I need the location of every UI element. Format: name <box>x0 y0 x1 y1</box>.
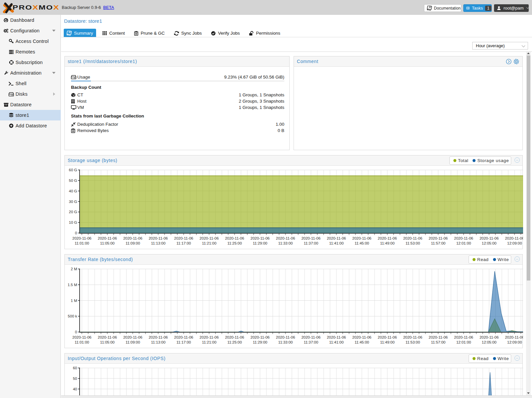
svg-text:2020-11-06: 2020-11-06 <box>454 236 473 240</box>
svg-text:2020-11-06: 2020-11-06 <box>276 236 295 240</box>
svg-text:2020-11-06: 2020-11-06 <box>479 236 499 240</box>
svg-text:11:13:00: 11:13:00 <box>151 340 165 344</box>
svg-text:2020-11-06: 2020-11-06 <box>250 236 269 240</box>
svg-text:30 G: 30 G <box>69 200 77 204</box>
svg-text:2020-11-06: 2020-11-06 <box>429 236 448 240</box>
svg-text:11:05:00: 11:05:00 <box>100 340 115 344</box>
svg-text:2020-11-06: 2020-11-06 <box>225 236 244 240</box>
svg-text:2020-11-06: 2020-11-06 <box>378 236 397 240</box>
svg-text:11:33:00: 11:33:00 <box>278 340 293 344</box>
svg-text:2020-11-06: 2020-11-06 <box>352 236 372 240</box>
svg-text:11:33:00: 11:33:00 <box>278 241 293 245</box>
svg-text:11:17:00: 11:17:00 <box>176 241 191 245</box>
svg-text:2020-11-06: 2020-11-06 <box>174 236 193 240</box>
svg-text:12:09:00: 12:09:00 <box>507 241 522 245</box>
svg-text:11:57:00: 11:57:00 <box>431 340 445 344</box>
svg-text:11:37:00: 11:37:00 <box>304 241 318 245</box>
svg-text:11:05:00: 11:05:00 <box>100 241 115 245</box>
svg-text:11:29:00: 11:29:00 <box>253 241 267 245</box>
svg-text:10 G: 10 G <box>69 220 77 224</box>
svg-text:2020-11-06: 2020-11-06 <box>149 236 168 240</box>
svg-text:2020-11-06: 2020-11-06 <box>123 335 142 339</box>
svg-text:11:41:00: 11:41:00 <box>329 340 344 344</box>
svg-text:11:57:00: 11:57:00 <box>431 241 445 245</box>
svg-text:2020-11-06: 2020-11-06 <box>149 335 168 339</box>
svg-text:11:49:00: 11:49:00 <box>380 241 395 245</box>
svg-text:2020-11-06: 2020-11-06 <box>72 236 91 240</box>
svg-text:2020-11-06: 2020-11-06 <box>199 236 219 240</box>
svg-text:2020-11-06: 2020-11-06 <box>199 335 219 339</box>
svg-text:11:41:00: 11:41:00 <box>329 241 344 245</box>
svg-text:2020-11-06: 2020-11-06 <box>505 236 523 240</box>
svg-text:2020-11-06: 2020-11-06 <box>174 335 193 339</box>
svg-text:2020-11-06: 2020-11-06 <box>352 335 372 339</box>
svg-text:2020-11-06: 2020-11-06 <box>72 335 91 339</box>
svg-text:2020-11-06: 2020-11-06 <box>98 236 117 240</box>
svg-text:11:45:00: 11:45:00 <box>355 241 369 245</box>
svg-text:2020-11-06: 2020-11-06 <box>505 335 523 339</box>
svg-text:2020-11-06: 2020-11-06 <box>479 335 499 339</box>
svg-text:2020-11-06: 2020-11-06 <box>403 335 422 339</box>
svg-text:11:45:00: 11:45:00 <box>355 340 369 344</box>
svg-text:11:25:00: 11:25:00 <box>227 340 242 344</box>
svg-text:1 M: 1 M <box>71 299 77 303</box>
svg-text:0: 0 <box>75 231 77 235</box>
svg-text:2020-11-06: 2020-11-06 <box>403 236 422 240</box>
svg-text:11:53:00: 11:53:00 <box>406 241 420 245</box>
svg-text:11:49:00: 11:49:00 <box>380 340 395 344</box>
svg-text:40: 40 <box>73 387 77 391</box>
svg-text:0: 0 <box>75 330 77 334</box>
svg-text:2020-11-06: 2020-11-06 <box>327 236 346 240</box>
svg-text:11:09:00: 11:09:00 <box>125 241 140 245</box>
svg-text:2020-11-06: 2020-11-06 <box>123 236 142 240</box>
svg-text:12:09:00: 12:09:00 <box>507 340 522 344</box>
svg-text:50: 50 <box>73 377 77 381</box>
svg-text:40 G: 40 G <box>69 189 77 193</box>
svg-text:2020-11-06: 2020-11-06 <box>454 335 473 339</box>
svg-text:11:21:00: 11:21:00 <box>202 340 216 344</box>
svg-text:2020-11-06: 2020-11-06 <box>378 335 397 339</box>
svg-text:60: 60 <box>73 366 77 370</box>
svg-text:11:25:00: 11:25:00 <box>227 241 242 245</box>
svg-text:2020-11-06: 2020-11-06 <box>301 335 321 339</box>
svg-text:11:21:00: 11:21:00 <box>202 241 216 245</box>
svg-text:2020-11-06: 2020-11-06 <box>327 335 346 339</box>
svg-text:11:37:00: 11:37:00 <box>304 340 318 344</box>
svg-text:2020-11-06: 2020-11-06 <box>276 335 295 339</box>
svg-text:20 G: 20 G <box>69 210 77 214</box>
svg-text:12:01:00: 12:01:00 <box>456 340 471 344</box>
svg-text:2020-11-06: 2020-11-06 <box>250 335 269 339</box>
svg-text:12:01:00: 12:01:00 <box>456 241 471 245</box>
svg-text:11:01:00: 11:01:00 <box>75 241 89 245</box>
svg-text:2020-11-06: 2020-11-06 <box>98 335 117 339</box>
svg-text:11:53:00: 11:53:00 <box>406 340 420 344</box>
svg-text:11:13:00: 11:13:00 <box>151 241 165 245</box>
svg-text:11:17:00: 11:17:00 <box>176 340 191 344</box>
svg-text:500 k: 500 k <box>68 314 77 318</box>
svg-text:2020-11-06: 2020-11-06 <box>225 335 244 339</box>
svg-text:11:01:00: 11:01:00 <box>75 340 89 344</box>
svg-text:1.5 M: 1.5 M <box>68 283 77 287</box>
svg-text:12:05:00: 12:05:00 <box>482 340 497 344</box>
svg-text:11:29:00: 11:29:00 <box>253 340 267 344</box>
svg-text:2020-11-06: 2020-11-06 <box>301 236 321 240</box>
svg-text:12:05:00: 12:05:00 <box>482 241 497 245</box>
svg-text:11:09:00: 11:09:00 <box>125 340 140 344</box>
svg-text:50 G: 50 G <box>69 179 77 182</box>
svg-text:2 M: 2 M <box>71 267 77 271</box>
svg-text:60 G: 60 G <box>69 168 77 172</box>
svg-text:2020-11-06: 2020-11-06 <box>429 335 448 339</box>
